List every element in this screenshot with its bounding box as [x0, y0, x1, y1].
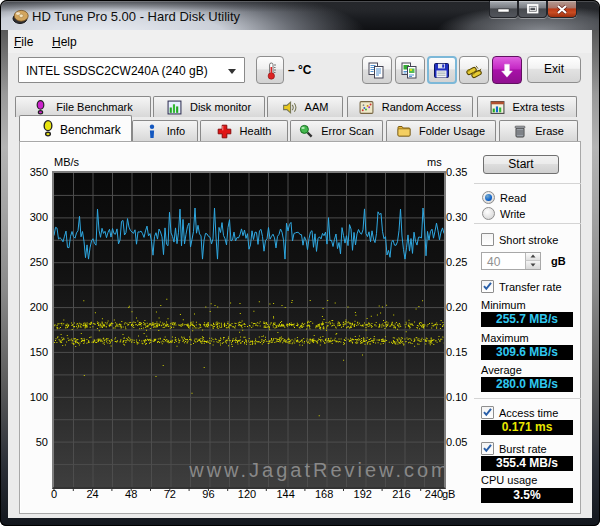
- svg-text:www.JagatReview.com: www.JagatReview.com: [188, 459, 444, 481]
